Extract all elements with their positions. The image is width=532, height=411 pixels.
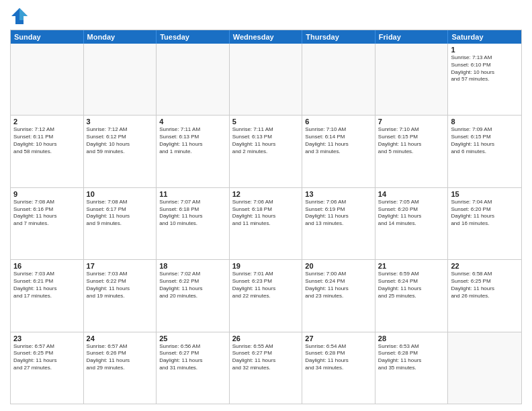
calendar-cell: 5Sunrise: 7:11 AM Sunset: 6:13 PM Daylig… <box>230 116 303 187</box>
header <box>10 7 522 26</box>
calendar-cell: 10Sunrise: 7:08 AM Sunset: 6:17 PM Dayli… <box>84 188 157 259</box>
calendar-cell: 20Sunrise: 7:00 AM Sunset: 6:24 PM Dayli… <box>302 260 375 331</box>
day-number: 5 <box>232 118 300 126</box>
day-info: Sunrise: 6:56 AM Sunset: 6:27 PM Dayligh… <box>159 343 226 372</box>
day-info: Sunrise: 7:02 AM Sunset: 6:22 PM Dayligh… <box>159 271 226 300</box>
day-info: Sunrise: 7:08 AM Sunset: 6:16 PM Dayligh… <box>13 199 81 228</box>
day-number: 17 <box>87 262 154 270</box>
calendar-cell: 23Sunrise: 6:57 AM Sunset: 6:25 PM Dayli… <box>11 332 84 404</box>
calendar-cell: 17Sunrise: 7:03 AM Sunset: 6:22 PM Dayli… <box>84 260 157 331</box>
day-number: 24 <box>87 334 154 342</box>
day-info: Sunrise: 7:06 AM Sunset: 6:19 PM Dayligh… <box>305 199 372 228</box>
day-number: 18 <box>159 262 226 270</box>
day-number: 4 <box>159 118 226 126</box>
day-info: Sunrise: 7:00 AM Sunset: 6:24 PM Dayligh… <box>305 271 372 300</box>
day-info: Sunrise: 7:05 AM Sunset: 6:20 PM Dayligh… <box>378 199 445 228</box>
day-number: 25 <box>159 334 226 342</box>
calendar-cell: 15Sunrise: 7:04 AM Sunset: 6:20 PM Dayli… <box>448 188 521 259</box>
day-info: Sunrise: 6:57 AM Sunset: 6:26 PM Dayligh… <box>87 343 154 372</box>
day-info: Sunrise: 7:11 AM Sunset: 6:13 PM Dayligh… <box>232 126 300 155</box>
calendar-cell <box>302 44 375 115</box>
calendar-row-1: 1Sunrise: 7:13 AM Sunset: 6:10 PM Daylig… <box>11 44 521 115</box>
day-number: 19 <box>232 262 300 270</box>
weekday-header-thursday: Thursday <box>302 30 375 44</box>
calendar-cell: 27Sunrise: 6:54 AM Sunset: 6:28 PM Dayli… <box>302 332 375 404</box>
calendar-cell: 11Sunrise: 7:07 AM Sunset: 6:18 PM Dayli… <box>157 188 230 259</box>
calendar-cell: 12Sunrise: 7:06 AM Sunset: 6:18 PM Dayli… <box>230 188 303 259</box>
day-info: Sunrise: 7:12 AM Sunset: 6:11 PM Dayligh… <box>13 126 81 155</box>
day-info: Sunrise: 6:58 AM Sunset: 6:25 PM Dayligh… <box>451 271 519 300</box>
calendar-cell: 18Sunrise: 7:02 AM Sunset: 6:22 PM Dayli… <box>157 260 230 331</box>
day-info: Sunrise: 7:01 AM Sunset: 6:23 PM Dayligh… <box>232 271 300 300</box>
calendar-cell: 13Sunrise: 7:06 AM Sunset: 6:19 PM Dayli… <box>302 188 375 259</box>
svg-marker-1 <box>19 8 28 20</box>
day-info: Sunrise: 7:03 AM Sunset: 6:21 PM Dayligh… <box>13 271 81 300</box>
day-info: Sunrise: 7:10 AM Sunset: 6:15 PM Dayligh… <box>378 126 445 155</box>
calendar-cell <box>157 44 230 115</box>
calendar-cell: 26Sunrise: 6:55 AM Sunset: 6:27 PM Dayli… <box>230 332 303 404</box>
day-number: 21 <box>378 262 445 270</box>
calendar-cell: 2Sunrise: 7:12 AM Sunset: 6:11 PM Daylig… <box>11 116 84 187</box>
day-number: 22 <box>451 262 519 270</box>
logo-icon <box>10 7 29 26</box>
calendar-cell: 6Sunrise: 7:10 AM Sunset: 6:14 PM Daylig… <box>302 116 375 187</box>
day-info: Sunrise: 7:03 AM Sunset: 6:22 PM Dayligh… <box>87 271 154 300</box>
calendar-cell: 21Sunrise: 6:59 AM Sunset: 6:24 PM Dayli… <box>375 260 449 331</box>
calendar-cell: 16Sunrise: 7:03 AM Sunset: 6:21 PM Dayli… <box>11 260 84 331</box>
day-number: 27 <box>305 334 372 342</box>
weekday-header-monday: Monday <box>84 30 157 44</box>
calendar-cell: 25Sunrise: 6:56 AM Sunset: 6:27 PM Dayli… <box>157 332 230 404</box>
calendar-cell: 1Sunrise: 7:13 AM Sunset: 6:10 PM Daylig… <box>448 44 521 115</box>
calendar-cell <box>448 332 521 404</box>
weekday-header-saturday: Saturday <box>448 30 521 44</box>
calendar-cell: 28Sunrise: 6:53 AM Sunset: 6:28 PM Dayli… <box>375 332 449 404</box>
day-number: 28 <box>378 334 445 342</box>
day-number: 20 <box>305 262 372 270</box>
weekday-header-wednesday: Wednesday <box>230 30 303 44</box>
day-number: 16 <box>13 262 81 270</box>
calendar-row-4: 16Sunrise: 7:03 AM Sunset: 6:21 PM Dayli… <box>11 259 521 331</box>
weekday-header-tuesday: Tuesday <box>157 30 230 44</box>
calendar-cell <box>230 44 303 115</box>
day-info: Sunrise: 7:09 AM Sunset: 6:15 PM Dayligh… <box>451 126 519 155</box>
day-info: Sunrise: 7:13 AM Sunset: 6:10 PM Dayligh… <box>451 54 519 83</box>
day-number: 6 <box>305 118 372 126</box>
day-info: Sunrise: 6:59 AM Sunset: 6:24 PM Dayligh… <box>378 271 445 300</box>
calendar-cell: 19Sunrise: 7:01 AM Sunset: 6:23 PM Dayli… <box>230 260 303 331</box>
day-number: 26 <box>232 334 300 342</box>
calendar-cell: 24Sunrise: 6:57 AM Sunset: 6:26 PM Dayli… <box>84 332 157 404</box>
day-number: 8 <box>451 118 519 126</box>
day-number: 1 <box>451 46 519 54</box>
day-number: 14 <box>378 190 445 198</box>
day-number: 2 <box>13 118 81 126</box>
day-number: 10 <box>87 190 154 198</box>
day-info: Sunrise: 7:12 AM Sunset: 6:12 PM Dayligh… <box>87 126 154 155</box>
page: SundayMondayTuesdayWednesdayThursdayFrid… <box>0 0 532 411</box>
day-info: Sunrise: 7:06 AM Sunset: 6:18 PM Dayligh… <box>232 199 300 228</box>
calendar-cell <box>11 44 84 115</box>
day-info: Sunrise: 7:11 AM Sunset: 6:13 PM Dayligh… <box>159 126 226 155</box>
calendar-cell <box>84 44 157 115</box>
calendar-body: 1Sunrise: 7:13 AM Sunset: 6:10 PM Daylig… <box>11 44 521 404</box>
day-number: 12 <box>232 190 300 198</box>
day-number: 23 <box>13 334 81 342</box>
day-number: 15 <box>451 190 519 198</box>
weekday-header-friday: Friday <box>375 30 449 44</box>
calendar-cell: 9Sunrise: 7:08 AM Sunset: 6:16 PM Daylig… <box>11 188 84 259</box>
calendar-row-5: 23Sunrise: 6:57 AM Sunset: 6:25 PM Dayli… <box>11 332 521 404</box>
logo <box>10 7 30 26</box>
calendar-header: SundayMondayTuesdayWednesdayThursdayFrid… <box>11 30 521 44</box>
calendar-cell: 8Sunrise: 7:09 AM Sunset: 6:15 PM Daylig… <box>448 116 521 187</box>
calendar-cell: 4Sunrise: 7:11 AM Sunset: 6:13 PM Daylig… <box>157 116 230 187</box>
calendar-row-2: 2Sunrise: 7:12 AM Sunset: 6:11 PM Daylig… <box>11 115 521 187</box>
weekday-header-sunday: Sunday <box>11 30 84 44</box>
calendar-cell: 3Sunrise: 7:12 AM Sunset: 6:12 PM Daylig… <box>84 116 157 187</box>
calendar-row-3: 9Sunrise: 7:08 AM Sunset: 6:16 PM Daylig… <box>11 187 521 259</box>
day-info: Sunrise: 7:07 AM Sunset: 6:18 PM Dayligh… <box>159 199 226 228</box>
day-info: Sunrise: 6:53 AM Sunset: 6:28 PM Dayligh… <box>378 343 445 372</box>
day-number: 3 <box>87 118 154 126</box>
day-info: Sunrise: 6:57 AM Sunset: 6:25 PM Dayligh… <box>13 343 81 372</box>
calendar-cell: 22Sunrise: 6:58 AM Sunset: 6:25 PM Dayli… <box>448 260 521 331</box>
day-info: Sunrise: 7:10 AM Sunset: 6:14 PM Dayligh… <box>305 126 372 155</box>
calendar-cell: 14Sunrise: 7:05 AM Sunset: 6:20 PM Dayli… <box>375 188 449 259</box>
